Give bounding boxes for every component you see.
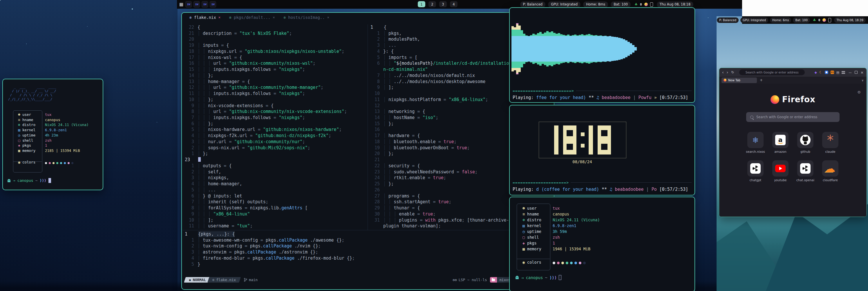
firefox-window[interactable]: ‹ › ↻ Search with Google or enter addres… <box>719 68 867 217</box>
progress-dashes: =====================> <box>513 180 569 185</box>
github-octocat-icon <box>800 135 811 145</box>
firefox-logo-icon <box>771 95 779 104</box>
maximize-icon[interactable] <box>855 71 858 74</box>
shortcut-github[interactable]: github <box>796 132 815 153</box>
editor-tab-flake.nix[interactable]: ❄flake.nix× <box>189 15 220 20</box>
code-pane-pkgs-default[interactable]: 1{pkgs, ...}: {1│ tux-awesome-wm-config … <box>184 231 550 268</box>
terminal-clock[interactable]: 08/08/24 =====================> Playing:… <box>509 105 695 196</box>
page-settings-gear-icon[interactable]: ⚙ <box>857 90 861 94</box>
workspace-button-1[interactable]: 1 <box>418 1 425 7</box>
status-widgets-secondary: P: BalancedGPU: IntegratedHome: 6msBat: … <box>717 17 866 23</box>
code-line: 5│ │ ... <box>184 187 366 193</box>
shortcut-chatgpt[interactable]: chatgpt <box>746 160 765 182</box>
userscript-extension-icon[interactable] <box>831 70 834 74</box>
visualizer-bar <box>569 36 572 62</box>
chatgpt-icon <box>750 163 761 174</box>
prompt-chevrons: ))) <box>550 275 557 280</box>
workspace-button-2[interactable]: 2 <box>429 1 436 7</box>
code-line: 21│ description = "tux's NixOS Flake"; <box>184 30 366 37</box>
close-icon[interactable]: × <box>861 70 864 75</box>
tab-close-icon[interactable]: × <box>273 16 275 20</box>
nix-snowflake-icon: ❄ <box>189 16 192 20</box>
firefox-tab-bar: New Tab + ∨ <box>719 77 867 84</box>
fastfetch-row-distro: ❄distroNixOS 24.11 (Vicuna) <box>16 122 35 127</box>
reload-icon[interactable]: ↻ <box>731 70 734 74</box>
indicator-icons: ♣ 0 <box>633 2 654 7</box>
password-manager-icon[interactable] <box>825 70 828 74</box>
terminal-music-visualizer[interactable]: =======================> Playing: ffee f… <box>509 7 695 103</box>
fastfetch-row-shell: ▢shellzsh <box>520 235 539 240</box>
menu-icon[interactable] <box>842 71 845 74</box>
editor-tab-hosts/isoImag..[interactable]: ❄hosts/isoImag..× <box>283 15 329 20</box>
forward-icon[interactable]: › <box>727 70 728 75</box>
fastfetch-row-pkgs: ◈pkgs1 <box>16 143 31 148</box>
visualizer-bar <box>556 34 558 64</box>
fastfetch-row-kernel: ▤kernel6.9.8-zen1 <box>16 128 35 132</box>
newtab-search-input[interactable]: Search with Google or enter address <box>746 112 840 122</box>
tab-close-icon[interactable]: × <box>327 16 329 20</box>
unused-screen-area <box>742 0 868 16</box>
shortcut-label: github <box>800 150 810 153</box>
visualizer-bar <box>551 31 553 66</box>
nix-snowflake-icon: ❄ <box>283 16 286 20</box>
phone-icon <box>828 18 831 22</box>
visualizer-bar <box>544 32 546 65</box>
firefox-navbar: ‹ › ↻ Search with Google or enter addres… <box>719 68 867 77</box>
dark-mode-extension-icon[interactable]: ☾ <box>819 70 823 74</box>
visualizer-bar <box>562 35 565 63</box>
visualizer-bar <box>618 38 621 60</box>
vim-mode-indicator: ◆NORMAL <box>185 277 210 283</box>
color-swatch <box>64 162 66 164</box>
amazon-icon: a <box>775 135 785 145</box>
extension-icons: ◆ ☾ ▤ <box>814 70 845 74</box>
visualizer-bar <box>595 35 597 62</box>
color-swatch <box>570 262 573 264</box>
shortcut-chat.openai[interactable]: chat.openai <box>796 160 815 182</box>
workspace-button-4[interactable]: 4 <box>450 1 458 7</box>
code-line: 5│ │ nixos-hardware.url = "github:nixos/… <box>184 127 366 133</box>
tray-terminal-icon[interactable]: $W <box>193 1 200 7</box>
shortcut-cloudflare[interactable]: ☁cloudflare <box>820 160 840 182</box>
neovim-editor-window[interactable]: ❄flake.nix×❄pkgs/default...×❄hosts/isoIm… <box>181 12 554 290</box>
shortcut-amazon[interactable]: aamazon <box>771 132 790 153</box>
code-pane-flake-nix[interactable]: 22{21│ description = "tux's NixOS Flake"… <box>184 24 366 229</box>
shortcut-label: chat.openai <box>796 178 814 182</box>
tray-terminal-icon[interactable]: $W <box>185 1 192 7</box>
workspace-button-3[interactable]: 3 <box>439 1 447 7</box>
app-launcher-icon[interactable]: ▦ <box>179 2 183 7</box>
code-line: 23 <box>184 157 366 163</box>
code-line: 10│ │ ]; <box>184 217 366 223</box>
code-line: 6│ } @ inputs: let <box>184 193 366 199</box>
tab-new-tab[interactable]: New Tab <box>721 78 757 83</box>
tab-list-chevron-icon[interactable]: ∨ <box>862 79 864 82</box>
code-line: 12│ │ │ url = "github:nix-community/home… <box>184 85 366 91</box>
tray-terminal-icon[interactable]: $W <box>210 1 216 7</box>
extension-diamond-icon[interactable]: ◆ <box>814 70 817 74</box>
terminal-fastfetch-left[interactable]: _ ___ ____ ____ / |/ (_)_ __/ __ \/ __/ … <box>2 79 103 190</box>
code-line: 15│ │ │ inputs.nixpkgs.follows = "nixpkg… <box>184 66 366 72</box>
distro-icon: ❄ <box>520 217 527 222</box>
url-bar[interactable]: Search with Google or enter address <box>739 69 805 75</box>
tab-close-icon[interactable]: × <box>218 16 220 20</box>
status-bar-secondary: P: BalancedGPU: IntegratedHome: 6msBat: … <box>742 16 868 24</box>
shortcut-search.nixos[interactable]: ❄search.nixos <box>746 132 765 153</box>
git-branch: main <box>240 277 262 283</box>
search-icon <box>750 116 753 119</box>
back-icon[interactable]: ‹ <box>722 70 724 75</box>
fastfetch-row-user: ☻usertux <box>16 112 31 117</box>
minimize-icon[interactable]: — <box>848 70 852 74</box>
terminal-fastfetch-right[interactable]: ☻usertux≡hnamecanopus❄distroNixOS 24.11 … <box>509 197 695 291</box>
shortcut-youtube[interactable]: youtube <box>771 160 790 182</box>
visualizer-bar <box>600 35 602 62</box>
editor-tab-pkgs/default...[interactable]: ❄pkgs/default...× <box>229 15 275 20</box>
new-tab-button[interactable]: + <box>760 78 763 82</box>
distro-icon: ❄ <box>16 122 22 127</box>
tray-terminal-icon[interactable]: $W <box>202 1 208 7</box>
shortcut-label: chatgpt <box>750 178 761 182</box>
library-icon[interactable]: ▤ <box>836 70 839 74</box>
shortcut-claude[interactable]: *claude <box>820 132 840 153</box>
music-progress: =======================> <box>513 89 692 93</box>
code-line: 2│ tux-nvim-config = pkgs.callPackage ./… <box>184 243 550 249</box>
visualizer-bar <box>604 36 607 62</box>
visualizer-bar <box>528 36 530 62</box>
